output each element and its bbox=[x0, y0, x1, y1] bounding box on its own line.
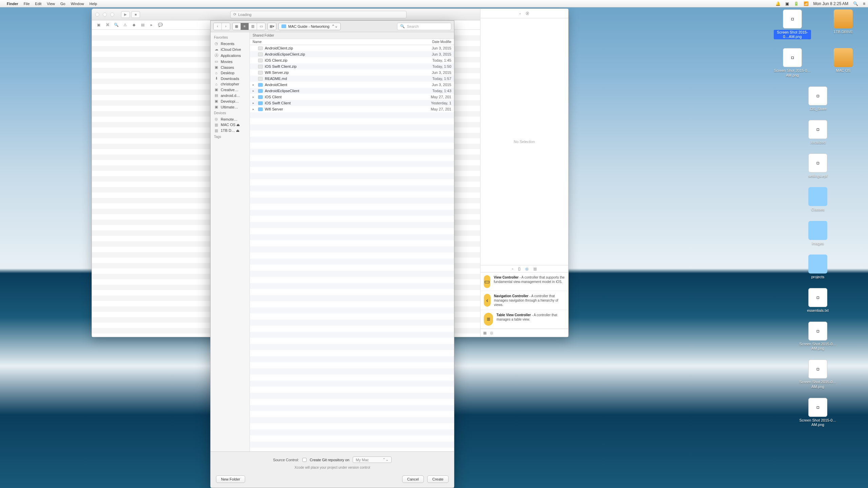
file-row[interactable]: ▸ iOS Client May 27, 201 bbox=[250, 94, 454, 100]
menu-window[interactable]: Window bbox=[71, 2, 84, 6]
view-icon[interactable]: ▦ bbox=[233, 23, 241, 30]
file-row[interactable]: AndroidClient.zip Jun 3, 2015 bbox=[250, 45, 454, 51]
desktop-icon[interactable]: ▫ Screen Shot 2015-0…AM.png bbox=[774, 322, 862, 351]
file-row[interactable]: ▸ AndroidEclipseClient Today, 1:43 bbox=[250, 88, 454, 94]
menu-edit[interactable]: Edit bbox=[35, 2, 41, 6]
sidebar-item[interactable]: ⬇Downloads bbox=[211, 76, 250, 81]
git-location-select[interactable]: My Mac ⌃⌄ bbox=[353, 456, 392, 463]
library-item[interactable]: ▭ View Controller - A controller that su… bbox=[480, 272, 568, 291]
desktop-icon[interactable]: images bbox=[774, 221, 862, 246]
battery-icon[interactable]: 🔋 bbox=[794, 1, 799, 6]
disclosure-icon[interactable]: ▸ bbox=[253, 101, 256, 105]
file-row[interactable]: ▸ AndroidClient Jun 3, 2015 bbox=[250, 82, 454, 88]
wifi-icon[interactable]: 📶 bbox=[804, 1, 809, 6]
desktop-icon[interactable]: ▫ .localized bbox=[774, 120, 862, 145]
git-checkbox[interactable] bbox=[302, 458, 307, 462]
desktop-icon[interactable]: Classes bbox=[774, 187, 862, 212]
desktop-icon[interactable]: 1TB DRIVE bbox=[825, 9, 862, 39]
file-row[interactable]: README.md Today, 1:57 bbox=[250, 76, 454, 82]
arrange-button[interactable]: ▦▾ bbox=[268, 23, 276, 30]
desktop-icon[interactable]: MAC OS bbox=[825, 48, 862, 77]
nav-fwd[interactable]: › bbox=[222, 23, 230, 30]
cancel-button[interactable]: Cancel bbox=[402, 475, 424, 483]
app-name[interactable]: Finder bbox=[7, 2, 18, 6]
display-icon[interactable]: ▣ bbox=[785, 1, 789, 6]
path-control[interactable]: MAC Guide - Networking ⌃⌄ bbox=[278, 23, 341, 30]
disclosure-icon[interactable]: ▸ bbox=[253, 95, 256, 99]
nav-debug-icon[interactable]: ▤ bbox=[140, 22, 145, 28]
view-cover[interactable]: ▭ bbox=[257, 23, 265, 30]
disclosure-icon[interactable]: ▸ bbox=[253, 89, 256, 93]
menu-file[interactable]: File bbox=[24, 2, 30, 6]
desktop-icon[interactable]: ▫ .DS_Store bbox=[774, 86, 862, 111]
col-date[interactable]: Date Modifie bbox=[414, 40, 451, 44]
desktop-icon[interactable]: ▫ essentials.txt bbox=[774, 288, 862, 313]
run-button[interactable]: ▶ bbox=[121, 11, 130, 18]
sidebar-item[interactable]: ◎Remote… bbox=[211, 116, 250, 122]
disclosure-icon[interactable]: ▸ bbox=[253, 107, 256, 111]
desktop-icon[interactable]: ▫ settings.epf bbox=[774, 154, 862, 178]
menu-help[interactable]: Help bbox=[90, 2, 97, 6]
close-button[interactable] bbox=[95, 13, 99, 17]
lib-list-icon[interactable]: ◎ bbox=[490, 331, 493, 335]
disclosure-icon[interactable]: ▸ bbox=[253, 83, 256, 86]
notification-icon[interactable]: 🔔 bbox=[775, 1, 781, 6]
desktop-icon[interactable]: projects bbox=[774, 255, 862, 279]
quick-help-icon[interactable]: ⦿ bbox=[526, 12, 529, 16]
file-row[interactable]: ▸ iOS Swift Client Yesterday, 1 bbox=[250, 100, 454, 106]
lib-media-icon[interactable]: ▥ bbox=[533, 267, 537, 271]
sidebar-item[interactable]: ▣Ultimate… bbox=[211, 104, 250, 110]
desktop-icon[interactable]: ▫ Screen Shot 2015-0…AM.png bbox=[774, 9, 811, 39]
sidebar-item[interactable]: ▭Movies bbox=[211, 59, 250, 64]
view-column[interactable]: ▥ bbox=[249, 23, 257, 30]
view-list[interactable]: ≡ bbox=[241, 23, 249, 30]
sidebar-item[interactable]: ☁iCloud Drive bbox=[211, 46, 250, 52]
file-row[interactable]: iOS Client.zip Today, 1:45 bbox=[250, 57, 454, 63]
sidebar-item[interactable]: ◷Recents bbox=[211, 41, 250, 46]
lib-code-icon[interactable]: {} bbox=[518, 267, 520, 271]
menu-extras-icon[interactable]: ≡ bbox=[863, 1, 865, 6]
search-field[interactable]: 🔍 Search bbox=[397, 23, 451, 30]
nav-test-icon[interactable]: ◆ bbox=[131, 22, 137, 28]
lib-file-icon[interactable]: ▫ bbox=[512, 267, 513, 271]
nav-report-icon[interactable]: 💬 bbox=[158, 22, 163, 28]
new-folder-button[interactable]: New Folder bbox=[216, 475, 245, 483]
sidebar-item[interactable]: ⌂Desktop bbox=[211, 70, 250, 76]
sidebar-item[interactable]: ▣Developi… bbox=[211, 98, 250, 104]
spotlight-icon[interactable]: 🔍 bbox=[853, 1, 858, 6]
create-button[interactable]: Create bbox=[427, 475, 449, 483]
file-row[interactable]: Wifi Server.zip Jun 3, 2015 bbox=[250, 69, 454, 76]
sidebar-item[interactable]: ⒶApplications bbox=[211, 52, 250, 59]
desktop-icon[interactable]: ▫ Screen Shot 2015-0…AM.png bbox=[774, 48, 811, 77]
desktop-icon[interactable]: ▫ Screen Shot 2015-0…AM.png bbox=[774, 360, 862, 389]
nav-break-icon[interactable]: ▸ bbox=[149, 22, 154, 28]
menu-go[interactable]: Go bbox=[60, 2, 65, 6]
clock[interactable]: Mon Jun 8 2:25 AM bbox=[813, 1, 848, 6]
lib-grid-icon[interactable]: ▦ bbox=[483, 331, 487, 335]
sidebar-item[interactable]: ▥1TB D… ⏏ bbox=[211, 128, 250, 134]
file-list[interactable]: AndroidClient.zip Jun 3, 2015 AndroidEcl… bbox=[250, 45, 454, 451]
nav-issue-icon[interactable]: ⚠ bbox=[122, 22, 128, 28]
zoom-button[interactable] bbox=[110, 13, 114, 17]
column-headers[interactable]: Name Date Modifie bbox=[250, 39, 454, 45]
col-name[interactable]: Name bbox=[253, 40, 411, 44]
sidebar-item[interactable]: ▤android.d… bbox=[211, 93, 250, 98]
sidebar-item[interactable]: ▥MAC OS ⏏ bbox=[211, 122, 250, 128]
library-item[interactable]: ≡ Table View Controller - A controller t… bbox=[480, 310, 568, 329]
nav-back[interactable]: ‹ bbox=[214, 23, 222, 30]
nav-find-icon[interactable]: 🔍 bbox=[114, 22, 119, 28]
menu-view[interactable]: View bbox=[47, 2, 55, 6]
sidebar-item[interactable]: ▣Creative… bbox=[211, 87, 250, 93]
stop-button[interactable]: ■ bbox=[131, 11, 140, 18]
lib-object-icon[interactable]: ◎ bbox=[525, 267, 529, 271]
minimize-button[interactable] bbox=[103, 13, 107, 17]
sidebar-item[interactable]: ⌂christopher bbox=[211, 81, 250, 87]
nav-project-icon[interactable]: ▣ bbox=[96, 22, 101, 28]
library-item[interactable]: ‹ Navigation Controller - A controller t… bbox=[480, 291, 568, 310]
file-row[interactable]: AndroidEclipseClient.zip Jun 3, 2015 bbox=[250, 51, 454, 57]
file-row[interactable]: ▸ Wifi Server May 27, 201 bbox=[250, 106, 454, 112]
file-inspector-icon[interactable]: ▫ bbox=[519, 12, 521, 16]
file-row[interactable]: iOS Swift Client.zip Today, 1:50 bbox=[250, 63, 454, 69]
sidebar-item[interactable]: ▣Classes bbox=[211, 64, 250, 70]
desktop-icon[interactable]: ▫ Screen Shot 2015-0…AM.png bbox=[774, 398, 862, 427]
